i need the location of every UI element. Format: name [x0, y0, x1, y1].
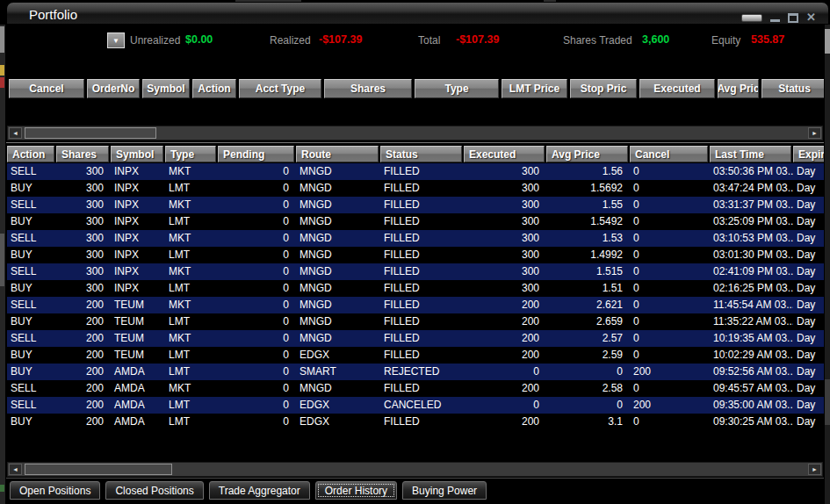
- cell-action: BUY: [7, 364, 56, 380]
- table-row[interactable]: BUY300INPXLMT0MNGDFILLED3001.5492003:25:…: [7, 213, 824, 230]
- order-entry-header: CancelOrderNoSymbolActionAcct TypeShares…: [9, 79, 830, 98]
- scrollbar-thumb[interactable]: [25, 127, 156, 139]
- order-history-col-avg-price[interactable]: Avg Price: [546, 146, 628, 162]
- scrollbar-thumb[interactable]: [825, 379, 830, 425]
- cell-last-time: 03:31:37 PM 03...: [710, 197, 793, 213]
- cell-route: EDGX: [296, 414, 380, 430]
- order-history-col-executed[interactable]: Executed: [464, 146, 545, 162]
- minimize-button[interactable]: [770, 19, 780, 22]
- cell-cancel: 0: [630, 163, 710, 180]
- order-history-col-route[interactable]: Route: [296, 146, 379, 162]
- order-entry-col-stop-pric[interactable]: Stop Pric: [570, 79, 637, 98]
- order-entry-col-lmt-price[interactable]: LMT Price: [502, 79, 567, 98]
- cell-executed: 300: [464, 230, 546, 247]
- scrollbar-thumb[interactable]: [825, 29, 830, 54]
- order-history-col-shares[interactable]: Shares: [56, 146, 109, 162]
- table-row[interactable]: BUY300INPXLMT0MNGDFILLED3001.4992003:01:…: [7, 247, 824, 263]
- table-row[interactable]: BUY300INPXLMT0MNGDFILLED3001.51002:16:25…: [7, 280, 824, 297]
- tab-open-positions[interactable]: Open Positions: [10, 481, 100, 500]
- cell-last-time: 03:47:24 PM 03...: [710, 180, 793, 197]
- order-history-col-status[interactable]: Status: [380, 146, 462, 162]
- tab-buying-power[interactable]: Buying Power: [402, 481, 487, 500]
- order-history-col-action[interactable]: Action: [7, 146, 54, 162]
- cell-type: LMT: [165, 180, 218, 197]
- scroll-right-icon[interactable]: ►: [808, 127, 821, 139]
- order-history-col-type[interactable]: Type: [165, 146, 216, 162]
- cell-symbol: INPX: [111, 230, 165, 247]
- order-history-col-symbol[interactable]: Symbol: [111, 146, 163, 162]
- order-entry-col-type[interactable]: Type: [415, 79, 499, 98]
- cell-last-time: 09:35:00 AM 03...: [710, 397, 793, 414]
- tab-closed-positions[interactable]: Closed Positions: [105, 481, 203, 500]
- table-row[interactable]: SELL300INPXMKT0MNGDFILLED3001.56003:50:3…: [7, 163, 824, 180]
- cell-route: MNGD: [296, 330, 380, 347]
- tab-bar: Open Positions Closed Positions Trade Ag…: [6, 478, 824, 501]
- table-row[interactable]: SELL200AMDAMKT0MNGDFILLED2002.58009:45:5…: [7, 380, 824, 397]
- cell-shares: 300: [56, 180, 111, 197]
- cell-executed: 200: [464, 330, 546, 347]
- cell-symbol: INPX: [111, 197, 165, 213]
- table-row[interactable]: BUY300INPXLMT0MNGDFILLED3001.5692003:47:…: [7, 180, 824, 197]
- background-artifact: [0, 485, 4, 492]
- cell-status: FILLED: [380, 313, 464, 330]
- cell-pending: 0: [218, 197, 296, 213]
- cell-shares: 200: [56, 414, 111, 430]
- order-history-col-pending[interactable]: Pending: [218, 146, 294, 162]
- scroll-right-icon[interactable]: ►: [808, 464, 821, 475]
- scrollbar-thumb[interactable]: [25, 464, 172, 475]
- history-horizontal-scrollbar[interactable]: ◄ ►: [7, 462, 823, 477]
- order-entry-col-action[interactable]: Action: [192, 79, 236, 98]
- order-history-col-last-time[interactable]: Last Time: [710, 146, 791, 162]
- cell-avg-price: 1.4992: [546, 247, 630, 263]
- cell-executed: 200: [464, 414, 546, 430]
- table-row[interactable]: BUY200AMDALMT0SMARTREJECTED0020009:52:56…: [7, 364, 824, 380]
- cell-executed: 200: [464, 347, 546, 364]
- order-entry-col-shares[interactable]: Shares: [324, 79, 412, 98]
- close-icon[interactable]: ✕: [806, 11, 816, 23]
- vertical-scrollbar[interactable]: [824, 25, 830, 504]
- order-entry-col-acct-type[interactable]: Acct Type: [239, 79, 321, 98]
- cell-expir: Day: [793, 397, 824, 414]
- scroll-left-icon[interactable]: ◄: [9, 464, 22, 475]
- table-row[interactable]: BUY200TEUMLMT0EDGXFILLED2002.59010:02:29…: [7, 347, 824, 364]
- cell-avg-price: 2.621: [546, 297, 630, 313]
- tab-order-history[interactable]: Order History: [315, 481, 397, 500]
- cell-expir: Day: [793, 180, 824, 197]
- order-entry-col-avg-pric[interactable]: Avg Pric: [718, 79, 759, 98]
- cell-last-time: 03:25:09 PM 03...: [710, 213, 793, 230]
- cell-pending: 0: [218, 247, 296, 263]
- table-row[interactable]: SELL200TEUMMKT0MNGDFILLED2002.621011:45:…: [7, 297, 824, 313]
- cell-shares: 200: [56, 380, 111, 397]
- order-entry-col-executed[interactable]: Executed: [639, 79, 715, 98]
- title-bar[interactable]: Portfolio ✕: [6, 2, 829, 25]
- account-dropdown-button[interactable]: ▼: [107, 32, 125, 48]
- cell-type: LMT: [165, 364, 218, 380]
- order-entry-col-status[interactable]: Status: [761, 79, 827, 98]
- table-row[interactable]: BUY200AMDALMT0EDGXFILLED2003.1009:30:25 …: [7, 414, 824, 430]
- cell-action: BUY: [7, 180, 56, 197]
- order-history-col-cancel[interactable]: Cancel: [630, 146, 708, 162]
- cell-type: LMT: [165, 247, 218, 263]
- background-window-edge: [0, 25, 5, 504]
- order-history-col-expir[interactable]: Expir: [793, 146, 824, 162]
- table-row[interactable]: BUY200TEUMLMT0MNGDFILLED2002.659011:35:2…: [7, 313, 824, 330]
- table-row[interactable]: SELL200TEUMMKT0MNGDFILLED2002.57010:19:3…: [7, 330, 824, 347]
- tab-trade-aggregator[interactable]: Trade Aggregator: [209, 481, 310, 500]
- cell-status: FILLED: [380, 330, 464, 347]
- table-row[interactable]: SELL300INPXMKT0MNGDFILLED3001.53003:10:5…: [7, 230, 824, 247]
- pin-button[interactable]: [741, 14, 762, 22]
- cell-shares: 300: [56, 230, 111, 247]
- maximize-button[interactable]: [788, 13, 798, 23]
- order-entry-col-symbol[interactable]: Symbol: [142, 79, 190, 98]
- order-entry-col-cancel[interactable]: Cancel: [9, 79, 84, 98]
- table-row[interactable]: SELL200AMDALMT0EDGXCANCELED0020009:35:00…: [7, 397, 824, 414]
- orders-horizontal-scrollbar[interactable]: ◄ ►: [7, 126, 823, 140]
- table-row[interactable]: SELL300INPXMKT0MNGDFILLED3001.55003:31:3…: [7, 197, 824, 213]
- cell-pending: 0: [218, 347, 296, 364]
- cell-status: CANCELED: [380, 397, 464, 414]
- cell-executed: 300: [464, 280, 546, 297]
- table-row[interactable]: SELL300INPXMKT0MNGDFILLED3001.515002:41:…: [7, 263, 824, 280]
- scroll-left-icon[interactable]: ◄: [9, 127, 22, 139]
- cell-shares: 200: [56, 297, 111, 313]
- order-entry-col-orderno[interactable]: OrderNo: [87, 79, 140, 98]
